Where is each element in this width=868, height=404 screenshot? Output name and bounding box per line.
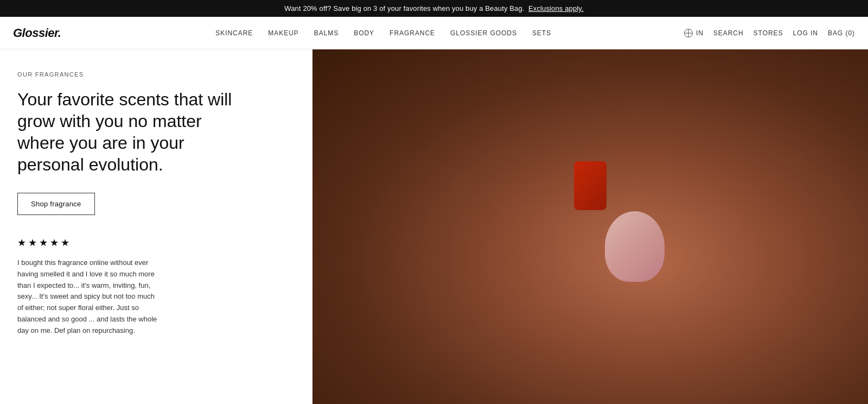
hero-section: OUR FRAGRANCES Your favorite scents that… bbox=[0, 49, 868, 404]
bag-link[interactable]: BAG (0) bbox=[828, 29, 855, 37]
header-right: IN SEARCH STORES LOG IN BAG (0) bbox=[684, 29, 855, 37]
nav-body[interactable]: BODY bbox=[354, 29, 374, 37]
shop-fragrance-button[interactable]: Shop fragrance bbox=[17, 193, 95, 215]
hero-headline: Your favorite scents that will grow with… bbox=[17, 89, 245, 175]
nav-sets[interactable]: SETS bbox=[532, 29, 551, 37]
promo-link[interactable]: Exclusions apply. bbox=[528, 4, 584, 12]
section-label: OUR FRAGRANCES bbox=[17, 71, 295, 78]
globe-icon bbox=[684, 29, 693, 37]
perfume-cap bbox=[574, 161, 607, 210]
star-1: ★ bbox=[17, 237, 26, 249]
hero-image bbox=[312, 49, 868, 404]
hero-image-bg bbox=[312, 49, 868, 404]
star-rating: ★ ★ ★ ★ ★ bbox=[17, 237, 295, 249]
hand-overlay bbox=[312, 49, 868, 404]
site-header: Glossier. SKINCARE MAKEUP BALMS BODY FRA… bbox=[0, 17, 868, 49]
star-3: ★ bbox=[39, 237, 48, 249]
stores-link[interactable]: STORES bbox=[754, 29, 783, 37]
hero-left: OUR FRAGRANCES Your favorite scents that… bbox=[0, 49, 312, 404]
logo[interactable]: Glossier. bbox=[13, 26, 61, 40]
promo-banner: Want 20% off? Save big on 3 of your favo… bbox=[0, 0, 868, 17]
nav-glossier-goods[interactable]: GLOSSIER GOODS bbox=[450, 29, 517, 37]
star-5: ★ bbox=[61, 237, 69, 249]
review-text: I bought this fragrance online without e… bbox=[17, 257, 158, 337]
nav-fragrance[interactable]: FRAGRANCE bbox=[390, 29, 435, 37]
nav-makeup[interactable]: MAKEUP bbox=[268, 29, 298, 37]
main-nav: SKINCARE MAKEUP BALMS BODY FRAGRANCE GLO… bbox=[82, 29, 684, 37]
nav-skincare[interactable]: SKINCARE bbox=[215, 29, 253, 37]
promo-text: Want 20% off? Save big on 3 of your favo… bbox=[284, 4, 524, 12]
nav-balms[interactable]: BALMS bbox=[314, 29, 339, 37]
star-4: ★ bbox=[50, 237, 59, 249]
star-2: ★ bbox=[28, 237, 37, 249]
login-link[interactable]: LOG IN bbox=[793, 29, 818, 37]
region-label[interactable]: IN bbox=[696, 29, 704, 37]
region-selector[interactable]: IN bbox=[684, 29, 704, 37]
search-link[interactable]: SEARCH bbox=[713, 29, 744, 37]
perfume-body bbox=[605, 211, 665, 282]
